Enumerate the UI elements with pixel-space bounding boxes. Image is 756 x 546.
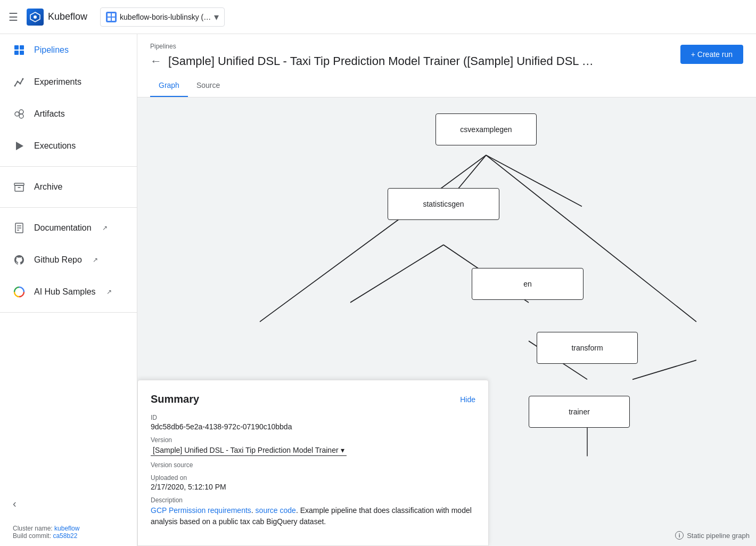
build-label: Build commit: (13, 532, 51, 540)
pipelines-icon (13, 44, 26, 56)
tabs-bar: Graph Source (150, 75, 743, 97)
svg-point-16 (19, 114, 23, 118)
node-statisticsgen-label: statisticsgen (423, 200, 464, 208)
menu-icon[interactable]: ☰ (9, 11, 18, 23)
sidebar-item-executions[interactable]: Executions (0, 130, 137, 162)
tab-graph[interactable]: Graph (150, 75, 188, 97)
main-layout: Pipelines Experiments (0, 34, 756, 546)
sidebar-divider-2 (0, 207, 137, 208)
svg-line-27 (486, 155, 582, 206)
content-header: Pipelines ← [Sample] Unified DSL - Taxi … (137, 34, 756, 97)
summary-version-source-label: Version source (151, 461, 475, 469)
cluster-value[interactable]: kubeflow (54, 525, 79, 532)
page-title: [Sample] Unified DSL - Taxi Tip Predicti… (168, 54, 594, 68)
summary-description-label: Description (151, 496, 475, 504)
create-run-button[interactable]: + Create run (680, 45, 743, 64)
sidebar-item-artifacts-label: Artifacts (34, 109, 65, 119)
sidebar-item-artifacts[interactable]: Artifacts (0, 98, 137, 130)
svg-point-15 (19, 110, 23, 114)
kubeflow-logo-icon (27, 9, 44, 26)
summary-uploaded-value: 2/17/2020, 5:12:10 PM (151, 483, 475, 491)
svg-point-14 (15, 112, 19, 116)
summary-panel: Summary Hide ID 9dc58db6-5e2a-4138-972c-… (137, 380, 489, 546)
sidebar-item-archive-label: Archive (34, 182, 62, 192)
external-link-icon-docs: ↗ (102, 224, 108, 232)
svg-line-33 (632, 360, 696, 379)
executions-icon (13, 140, 26, 152)
svg-rect-8 (14, 51, 19, 55)
sidebar-item-experiments-label: Experiments (34, 77, 81, 87)
build-value[interactable]: ca58b22 (53, 532, 77, 540)
description-sep: . (251, 506, 256, 515)
svg-rect-7 (20, 45, 24, 50)
page-title-row: ← [Sample] Unified DSL - Taxi Tip Predic… (150, 54, 672, 68)
sidebar-collapse-button[interactable]: ‹ (0, 489, 137, 518)
svg-line-26 (260, 155, 486, 322)
node-csvexamplegen-label: csvexamplegen (460, 125, 512, 134)
summary-id-field: ID 9dc58db6-5e2a-4138-972c-07190c10bbda (151, 414, 475, 431)
node-schemagen-label: en (523, 280, 532, 288)
svg-point-11 (17, 81, 19, 83)
external-link-icon-github: ↗ (93, 256, 98, 264)
static-graph-label: i Static pipeline graph (675, 531, 750, 540)
svg-point-1 (34, 15, 37, 19)
svg-rect-5 (112, 18, 115, 21)
aihub-icon (13, 286, 26, 298)
sidebar-item-pipelines[interactable]: Pipelines (0, 34, 137, 66)
sidebar-item-experiments[interactable]: Experiments (0, 66, 137, 98)
version-chevron-icon: ▾ (341, 446, 344, 454)
svg-point-12 (20, 83, 21, 85)
svg-rect-6 (14, 45, 19, 50)
topbar: ☰ Kubeflow kubeflow-boris-lublinsky (… ▾ (0, 0, 756, 34)
svg-rect-2 (108, 13, 111, 17)
summary-version-field: Version [Sample] Unified DSL - Taxi Tip … (151, 436, 475, 456)
summary-version-select[interactable]: [Sample] Unified DSL - Taxi Tip Predicti… (151, 445, 347, 456)
svg-rect-9 (20, 51, 24, 55)
summary-version-value: [Sample] Unified DSL - Taxi Tip Predicti… (153, 446, 339, 454)
svg-point-10 (14, 85, 16, 87)
sidebar-item-documentation[interactable]: Documentation ↗ (0, 212, 137, 244)
workspace-name: kubeflow-boris-lublinsky (… (120, 13, 211, 21)
workspace-selector[interactable]: kubeflow-boris-lublinsky (… ▾ (100, 7, 225, 27)
external-link-icon-aihub: ↗ (106, 288, 112, 296)
sidebar-item-documentation-label: Documentation (34, 223, 92, 233)
sidebar-bottom-info: Cluster name: kubeflow Build commit: ca5… (0, 518, 137, 546)
summary-description-field: Description GCP Permission requirements.… (151, 496, 475, 527)
sidebar-item-github[interactable]: Github Repo ↗ (0, 244, 137, 276)
summary-id-label: ID (151, 414, 475, 421)
node-statisticsgen[interactable]: statisticsgen (388, 188, 499, 220)
tab-source[interactable]: Source (188, 75, 228, 97)
info-icon: i (675, 531, 684, 540)
source-code-link[interactable]: source code (256, 506, 296, 515)
sidebar-item-aihub[interactable]: AI Hub Samples ↗ (0, 276, 137, 308)
summary-id-value: 9dc58db6-5e2a-4138-972c-07190c10bbda (151, 422, 475, 431)
app-name: Kubeflow (48, 11, 87, 22)
node-transform[interactable]: transform (537, 332, 638, 364)
summary-version-source-field: Version source (151, 461, 475, 469)
collapse-icon: ‹ (13, 498, 17, 510)
experiments-icon (13, 76, 26, 88)
svg-point-13 (22, 78, 24, 80)
sidebar-item-aihub-label: AI Hub Samples (34, 287, 96, 297)
sidebar-item-pipelines-label: Pipelines (34, 45, 69, 55)
node-csvexamplegen[interactable]: csvexamplegen (435, 113, 537, 145)
artifacts-icon (13, 108, 26, 120)
node-schemagen[interactable]: en (472, 268, 584, 300)
github-icon (13, 254, 26, 266)
gcp-permission-link[interactable]: GCP Permission requirements (151, 506, 251, 515)
node-trainer[interactable]: trainer (529, 396, 630, 428)
summary-description-value: GCP Permission requirements. source code… (151, 505, 475, 527)
app-logo: Kubeflow (27, 9, 87, 26)
sidebar-divider-1 (0, 166, 137, 167)
sidebar: Pipelines Experiments (0, 34, 137, 546)
node-trainer-label: trainer (569, 408, 590, 416)
back-button[interactable]: ← (150, 54, 162, 68)
breadcrumb: Pipelines (150, 43, 672, 50)
svg-line-30 (350, 245, 443, 303)
sidebar-item-archive[interactable]: Archive (0, 171, 137, 203)
workspace-icon (106, 12, 117, 22)
graph-area: csvexamplegen statisticsgen en transform… (137, 97, 756, 546)
svg-rect-4 (108, 18, 111, 21)
summary-hide-button[interactable]: Hide (460, 395, 475, 404)
documentation-icon (13, 222, 26, 234)
